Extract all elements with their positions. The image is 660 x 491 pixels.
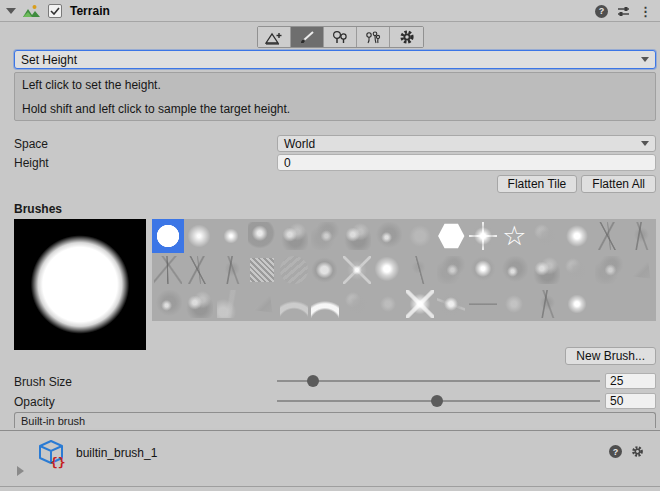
brush-thumbnail[interactable] bbox=[247, 287, 279, 321]
asset-help-icon[interactable]: ? bbox=[609, 445, 622, 458]
brush-shape-small-noise bbox=[374, 290, 402, 318]
footer-divider bbox=[0, 430, 660, 431]
brush-thumbnail[interactable] bbox=[373, 287, 405, 321]
brush-size-value-input[interactable]: 25 bbox=[605, 373, 656, 389]
brush-shape-arc-bright bbox=[311, 290, 339, 318]
foldout-arrow-icon[interactable] bbox=[6, 8, 16, 14]
brush-thumbnail[interactable] bbox=[215, 219, 247, 253]
brush-thumbnail[interactable] bbox=[278, 219, 310, 253]
brush-thumbnail[interactable] bbox=[152, 287, 184, 321]
opacity-label: Opacity bbox=[14, 395, 55, 409]
asset-foldout-arrow-icon[interactable] bbox=[17, 466, 24, 476]
brush-thumbnail[interactable] bbox=[499, 219, 531, 253]
create-neighbor-terrains-button[interactable] bbox=[258, 27, 291, 47]
brush-thumbnail[interactable] bbox=[247, 253, 279, 287]
brush-thumbnail[interactable] bbox=[467, 219, 499, 253]
brush-thumbnail[interactable] bbox=[310, 253, 342, 287]
brush-thumbnail[interactable] bbox=[625, 219, 657, 253]
brush-thumbnail[interactable] bbox=[152, 219, 184, 253]
brush-thumbnail[interactable] bbox=[184, 253, 216, 287]
brush-thumbnail[interactable] bbox=[467, 253, 499, 287]
bottom-divider bbox=[0, 486, 660, 487]
brush-thumbnail[interactable] bbox=[436, 287, 468, 321]
brush-thumbnail[interactable] bbox=[278, 287, 310, 321]
asset-gear-icon[interactable] bbox=[631, 445, 644, 458]
dropdown-arrow-icon bbox=[641, 57, 649, 62]
brush-thumbnail[interactable] bbox=[499, 287, 531, 321]
brush-thumbnail[interactable] bbox=[530, 287, 562, 321]
terrain-settings-button[interactable] bbox=[390, 27, 423, 47]
brush-size-label: Brush Size bbox=[14, 375, 72, 389]
brush-thumbnail[interactable] bbox=[530, 219, 562, 253]
brush-thumbnail[interactable] bbox=[310, 287, 342, 321]
presets-icon[interactable] bbox=[617, 5, 630, 18]
brush-thumbnail[interactable] bbox=[499, 253, 531, 287]
scriptable-object-icon: {} bbox=[36, 438, 68, 470]
brush-thumbnail[interactable] bbox=[404, 219, 436, 253]
height-value: 0 bbox=[284, 156, 291, 170]
context-menu-icon[interactable]: ⋮ bbox=[639, 5, 652, 18]
brush-thumbnail[interactable] bbox=[562, 219, 594, 253]
brush-shape-faint-dot bbox=[500, 290, 528, 318]
paint-tool-value: Set Height bbox=[21, 53, 77, 67]
paint-tool-dropdown[interactable]: Set Height bbox=[14, 50, 656, 69]
brush-thumbnail[interactable] bbox=[373, 219, 405, 253]
terrain-component-icon bbox=[23, 4, 40, 18]
brush-thumbnail[interactable] bbox=[404, 287, 436, 321]
brush-thumbnail[interactable] bbox=[247, 219, 279, 253]
brush-thumbnail[interactable] bbox=[310, 219, 342, 253]
brush-thumbnail[interactable] bbox=[278, 253, 310, 287]
brush-thumbnail[interactable] bbox=[341, 219, 373, 253]
enabled-checkbox[interactable] bbox=[48, 4, 62, 18]
brush-shape-noise-c bbox=[500, 256, 528, 284]
paint-details-button[interactable] bbox=[357, 27, 390, 47]
brush-thumbnail[interactable] bbox=[467, 287, 499, 321]
brush-shape-starburst bbox=[469, 222, 497, 250]
brush-shape-leaf bbox=[311, 256, 339, 284]
brush-thumbnail[interactable] bbox=[562, 287, 594, 321]
opacity-value-input[interactable]: 50 bbox=[605, 393, 656, 409]
brush-thumbnail[interactable] bbox=[625, 253, 657, 287]
brush-shape-burst bbox=[406, 290, 434, 318]
new-brush-button[interactable]: New Brush... bbox=[565, 347, 656, 365]
brush-shape-noise-c bbox=[154, 290, 182, 318]
brush-thumbnail[interactable] bbox=[404, 253, 436, 287]
flatten-button-row: Flatten Tile Flatten All bbox=[497, 175, 656, 193]
brush-shape-arc bbox=[280, 290, 308, 318]
component-header: Terrain ? ⋮ bbox=[0, 0, 660, 22]
brush-size-slider[interactable] bbox=[277, 373, 600, 389]
opacity-slider-thumb[interactable] bbox=[431, 395, 443, 407]
brush-shape-noise-c bbox=[374, 222, 402, 250]
paint-terrain-button[interactable] bbox=[291, 27, 324, 47]
brush-thumbnail[interactable] bbox=[152, 253, 184, 287]
space-dropdown[interactable]: World bbox=[277, 135, 656, 152]
builtin-brush-bar[interactable]: Built-in brush bbox=[14, 412, 656, 428]
brush-shape-faint-blob bbox=[406, 222, 434, 250]
opacity-slider[interactable] bbox=[277, 393, 600, 409]
brush-thumbnail[interactable] bbox=[593, 219, 625, 253]
brush-thumbnail[interactable] bbox=[436, 253, 468, 287]
brush-thumbnail[interactable] bbox=[341, 287, 373, 321]
brush-thumbnail[interactable] bbox=[215, 287, 247, 321]
brush-shape-branch-c bbox=[154, 256, 182, 284]
brush-thumbnail[interactable] bbox=[341, 253, 373, 287]
brush-thumbnail[interactable] bbox=[184, 287, 216, 321]
brush-thumbnail[interactable] bbox=[373, 253, 405, 287]
brush-thumbnail[interactable] bbox=[436, 219, 468, 253]
brush-shape-faint-tex bbox=[280, 256, 308, 284]
space-label: Space bbox=[14, 137, 48, 151]
brush-thumbnail[interactable] bbox=[562, 253, 594, 287]
brush-size-slider-thumb[interactable] bbox=[307, 375, 319, 387]
brush-thumbnail[interactable] bbox=[215, 253, 247, 287]
flatten-all-button[interactable]: Flatten All bbox=[581, 175, 656, 193]
brush-asset-name: builtin_brush_1 bbox=[76, 446, 157, 460]
brush-shape-noise-b bbox=[595, 256, 623, 284]
brush-thumbnail[interactable] bbox=[530, 253, 562, 287]
height-input[interactable]: 0 bbox=[277, 154, 656, 171]
paint-trees-button[interactable] bbox=[324, 27, 357, 47]
help-icon[interactable]: ? bbox=[595, 5, 608, 18]
builtin-brush-bar-label: Built-in brush bbox=[21, 415, 85, 427]
brush-thumbnail[interactable] bbox=[184, 219, 216, 253]
brush-thumbnail[interactable] bbox=[593, 253, 625, 287]
flatten-tile-button[interactable]: Flatten Tile bbox=[497, 175, 578, 193]
